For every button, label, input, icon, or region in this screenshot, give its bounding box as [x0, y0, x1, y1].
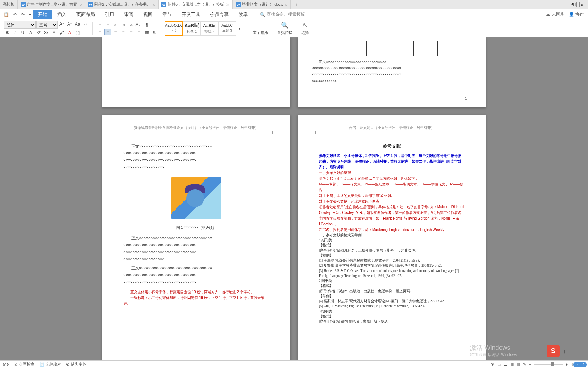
zoom-out-button[interactable]: − [529, 362, 531, 367]
doc-icon: W [236, 2, 241, 7]
decrease-indent-icon[interactable]: ⇤ [112, 22, 119, 28]
tab-doc1[interactable]: W广告与制作专...毕业设计方案○ [18, 0, 85, 9]
align-right-icon[interactable]: ≡ [112, 29, 119, 35]
align-distribute-icon[interactable]: ≡ [128, 29, 135, 35]
font-name-select[interactable]: 黑体 [4, 21, 36, 29]
add-tab-button[interactable]: + [291, 2, 302, 7]
search-input[interactable]: 🔍 查找命令、搜索模板 [260, 11, 305, 17]
style-gallery[interactable]: AaBbCcDd正文 AaBb(标题 1 AaBb(标题 2 AaBbC标题 3… [165, 21, 243, 36]
text-layout-button[interactable]: ☰文字排版 [249, 21, 272, 36]
doc-icon: W [161, 2, 166, 7]
style-h3[interactable]: AaBbC标题 3 [218, 21, 236, 36]
sort-icon[interactable]: ⟐ [128, 22, 135, 28]
tab-member[interactable]: 会员专享 [205, 10, 234, 19]
doc-icon: W [88, 2, 93, 7]
strike-button[interactable]: A̶ [27, 30, 34, 36]
char-scale-icon[interactable]: A↔ [135, 22, 143, 28]
time-badge: 00:34 [573, 362, 587, 367]
missing-font[interactable]: ⊘ 缺失字体 [66, 362, 86, 367]
border-icon[interactable]: ⊞ [151, 29, 158, 35]
line-spacing-icon[interactable]: ‡ [135, 29, 143, 35]
edit-mode-icon[interactable]: ✎ [523, 362, 526, 367]
proof-toggle[interactable]: 📄 文档校对 [39, 362, 61, 367]
font-size-select[interactable]: 五号 [36, 21, 58, 29]
view-mode-icon[interactable]: ▭ [497, 362, 501, 367]
highlight-button[interactable]: 🖍 [58, 30, 65, 36]
zoom-slider[interactable] [534, 364, 563, 365]
figure-image [171, 177, 221, 219]
select-button[interactable]: ↖选择 [298, 21, 312, 36]
close-icon[interactable]: ○ [153, 2, 155, 7]
font-effect-button[interactable]: A [50, 30, 58, 36]
char-border-button[interactable]: ⬚ [74, 30, 81, 36]
style-normal[interactable]: AaBbCcDd正文 [165, 21, 183, 36]
tab-view[interactable]: 视图 [138, 10, 157, 19]
tab-efficiency[interactable]: 效率 [234, 10, 253, 19]
redo-button[interactable]: ↷ [19, 11, 27, 19]
italic-button[interactable]: I [11, 30, 18, 36]
document-area[interactable]: 安徽城市管理职业学院毕业论文（设计）（小五号楷体，单倍行距，居中对齐） 正文××… [0, 37, 588, 368]
page-header-text: 安徽城市管理职业学院毕业论文（设计）（小五号楷体，单倍行距，居中对齐） [134, 125, 258, 130]
layout-icon: ☰ [258, 21, 263, 29]
number-list-icon[interactable]: ≡ [104, 22, 111, 28]
spellcheck-toggle[interactable]: ☑ 拼写检查 [14, 362, 34, 367]
tab-bar: 亮模板 W广告与制作专...毕业设计方案○ W附件2：安徽城...设计）任务书。… [0, 0, 588, 9]
subscript-button[interactable]: X₂ [43, 30, 50, 36]
tab-insert[interactable]: 插入 [52, 10, 71, 19]
superscript-button[interactable]: X² [35, 30, 42, 36]
style-more-icon[interactable]: ▾ [236, 25, 243, 32]
change-case-icon[interactable]: Aa [74, 21, 81, 27]
save-icon[interactable]: 📋 [1, 11, 11, 19]
close-icon[interactable]: ○ [285, 2, 288, 7]
page-top-right: 正文××××××××××××××××××××××××××××× ××××××××… [298, 37, 486, 107]
sync-status[interactable]: ☁ 未同步 [546, 11, 564, 17]
bullet-list-icon[interactable]: ≡ [96, 22, 103, 28]
page-number: -1- [464, 96, 468, 100]
page-right: 作者：论文题目（小五号楷体，单倍行距，居中对齐） 参考文献 参考文献格式：小 4… [298, 115, 486, 368]
tab-layout[interactable]: 页面布局 [71, 10, 100, 19]
view-mode-icon[interactable]: ☰ [504, 362, 507, 367]
figure-caption: 图 1 ×××××××（非必须） [123, 225, 269, 231]
bold-button[interactable]: B [4, 30, 11, 36]
body-text: 正文×××××××××××××××××××××××××××××××× ×××××… [123, 143, 269, 307]
clear-format-icon[interactable]: ◇ [82, 21, 89, 27]
tab-doc3-active[interactable]: W附件5：安徽城...文（设计）模板✕ [159, 0, 233, 9]
tab-doc2[interactable]: W附件2：安徽城...设计）任务书。○ [85, 0, 159, 9]
ime-badge[interactable]: S [547, 345, 560, 357]
paragraph-mark-icon[interactable]: ¶ [143, 22, 150, 28]
close-icon[interactable]: ✕ [226, 2, 230, 7]
shading-icon[interactable]: ▦ [143, 29, 150, 35]
find-replace-button[interactable]: 🔍查找替换 [273, 21, 296, 36]
tab-dev[interactable]: 开发工具 [177, 10, 205, 19]
align-justify-icon[interactable]: ≡ [120, 29, 127, 35]
dropdown-icon[interactable]: ▾ [27, 11, 33, 19]
tab-doc4[interactable]: W毕业论文（设计）.docx○ [233, 0, 291, 9]
tab-template[interactable]: 亮模板 [0, 0, 18, 9]
coop-button[interactable]: 👤 协作 [569, 11, 584, 17]
tab-reference[interactable]: 引用 [100, 10, 119, 19]
font-color-button[interactable]: A [66, 30, 73, 36]
zoom-in-button[interactable]: + [566, 362, 568, 367]
close-icon[interactable]: ○ [79, 2, 82, 7]
table-stub [319, 41, 461, 56]
tab-home[interactable]: 开始 [33, 10, 52, 19]
view-icon[interactable]: 👁 [491, 362, 495, 367]
increase-font-icon[interactable]: A⁺ [58, 21, 65, 27]
doc-icon: W [21, 2, 26, 7]
decrease-font-icon[interactable]: A⁻ [66, 21, 73, 27]
style-h1[interactable]: AaBb(标题 1 [183, 21, 201, 36]
view-mode-icon[interactable]: ▦ [510, 362, 514, 367]
increase-indent-icon[interactable]: ⇥ [120, 22, 127, 28]
grid-icon[interactable]: ⊞ [579, 2, 585, 7]
tab-review[interactable]: 审阅 [119, 10, 138, 19]
style-h2[interactable]: AaBb(标题 2 [201, 21, 218, 36]
undo-button[interactable]: ↶ [11, 11, 19, 19]
align-center-icon[interactable]: ≡ [104, 29, 111, 35]
view-mode-icon[interactable]: ▤ [517, 362, 520, 367]
tab-chapter[interactable]: 章节 [157, 10, 177, 19]
underline-button[interactable]: U [19, 30, 26, 36]
page-indicator[interactable]: 519 [3, 362, 9, 367]
align-left-icon[interactable]: ≡ [96, 29, 103, 35]
window-icon[interactable]: 4日 [571, 2, 577, 7]
status-bar: 519 ☑ 拼写检查 📄 文档校对 ⊘ 缺失字体 👁 ▭ ☰ ▦ ▤ ✎ − +… [0, 360, 588, 368]
